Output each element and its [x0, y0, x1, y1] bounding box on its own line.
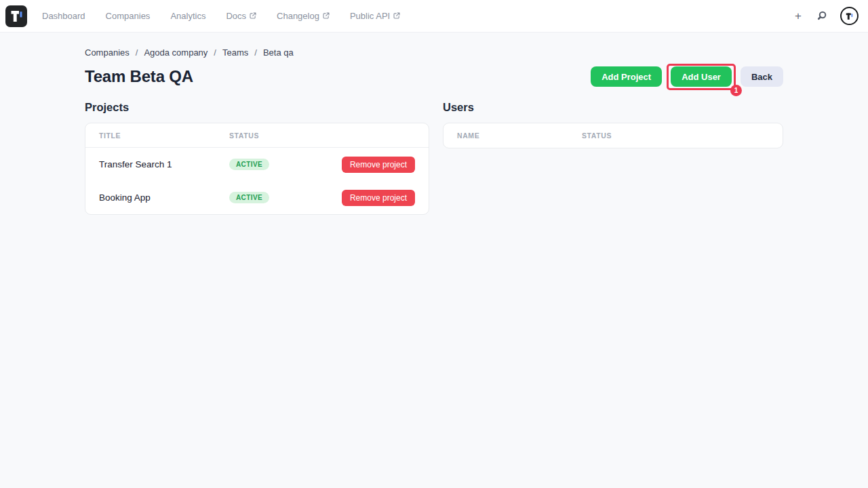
- breadcrumb-separator: /: [136, 47, 138, 58]
- external-link-icon: [323, 11, 330, 21]
- status-badge: ACTIVE: [229, 159, 269, 170]
- nav-item-label: Public API: [350, 11, 390, 21]
- external-link-icon: [393, 11, 400, 21]
- users-table: Name Status: [443, 123, 783, 148]
- tutorial-step-badge: 1: [730, 85, 742, 96]
- table-row: Booking App ACTIVE Remove project: [85, 181, 429, 214]
- nav-item-docs[interactable]: Docs: [226, 11, 256, 21]
- breadcrumb-agoda-company[interactable]: Agoda company: [144, 47, 208, 58]
- column-header-name: Name: [457, 131, 582, 140]
- nav-item-label: Changelog: [277, 11, 319, 21]
- nav-item-label: Analytics: [170, 11, 205, 21]
- remove-project-button[interactable]: Remove project: [342, 157, 415, 173]
- avatar-logo-icon: [844, 10, 856, 22]
- page-actions: Add Project Add User 1 Back: [591, 66, 783, 87]
- project-title: Transfer Search 1: [99, 159, 229, 169]
- status-badge: ACTIVE: [229, 192, 269, 203]
- projects-table: Title Status Transfer Search 1 ACTIVE Re…: [85, 123, 429, 215]
- breadcrumb: Companies / Agoda company / Teams / Beta…: [85, 47, 783, 58]
- page-title: Team Beta QA: [85, 67, 193, 86]
- breadcrumb-separator: /: [214, 47, 216, 58]
- page-header: Team Beta QA Add Project Add User 1 Back: [85, 66, 783, 87]
- nav-item-label: Docs: [226, 11, 246, 21]
- search-icon[interactable]: [816, 10, 827, 22]
- projects-heading: Projects: [85, 101, 429, 114]
- nav-item-dashboard[interactable]: Dashboard: [42, 11, 85, 21]
- breadcrumb-companies[interactable]: Companies: [85, 47, 130, 58]
- nav-item-label: Dashboard: [42, 11, 85, 21]
- column-header-status: Status: [229, 131, 415, 140]
- app-logo-icon[interactable]: [5, 5, 27, 28]
- nav-item-analytics[interactable]: Analytics: [170, 11, 205, 21]
- remove-project-button[interactable]: Remove project: [342, 190, 415, 206]
- table-row: Transfer Search 1 ACTIVE Remove project: [85, 148, 429, 181]
- projects-section: Projects Title Status Transfer Search 1 …: [85, 101, 429, 215]
- nav-item-companies[interactable]: Companies: [106, 11, 151, 21]
- projects-table-header: Title Status: [85, 123, 429, 148]
- users-section: Users Name Status: [443, 101, 783, 215]
- add-icon[interactable]: +: [793, 9, 803, 23]
- nav-item-public-api[interactable]: Public API: [350, 11, 400, 21]
- top-navigation: Dashboard Companies Analytics Docs Chang…: [0, 0, 868, 33]
- project-title: Booking App: [99, 192, 229, 203]
- column-header-status: Status: [582, 131, 769, 140]
- primary-nav: Dashboard Companies Analytics Docs Chang…: [42, 11, 400, 21]
- add-project-button[interactable]: Add Project: [591, 66, 662, 87]
- users-table-header: Name Status: [443, 123, 783, 148]
- add-user-button[interactable]: Add User: [671, 66, 732, 87]
- page-content: Companies / Agoda company / Teams / Beta…: [85, 47, 783, 215]
- column-header-title: Title: [99, 131, 229, 140]
- user-avatar[interactable]: [840, 7, 859, 25]
- nav-item-changelog[interactable]: Changelog: [277, 11, 330, 21]
- add-user-button-annotated-wrapper: Add User 1: [671, 66, 732, 87]
- breadcrumb-separator: /: [254, 47, 257, 58]
- topbar-actions: +: [793, 7, 859, 25]
- back-button[interactable]: Back: [741, 66, 783, 87]
- breadcrumb-teams[interactable]: Teams: [222, 47, 248, 58]
- users-heading: Users: [443, 101, 783, 114]
- nav-item-label: Companies: [106, 11, 151, 21]
- external-link-icon: [250, 11, 256, 21]
- breadcrumb-beta-qa[interactable]: Beta qa: [263, 47, 294, 58]
- sections-grid: Projects Title Status Transfer Search 1 …: [85, 101, 783, 215]
